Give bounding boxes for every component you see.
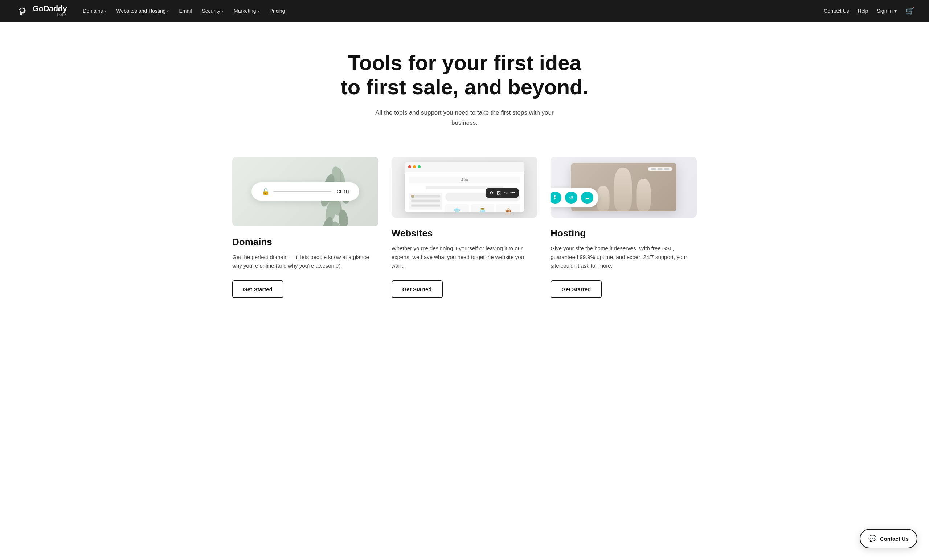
refresh-button: ↺	[565, 191, 577, 204]
websites-card-title: Websites	[392, 228, 538, 239]
hero-section: Tools for your first idea to first sale,…	[0, 22, 929, 150]
bag-icon: 👜	[505, 208, 512, 212]
mic-icon: 🎙	[553, 195, 558, 200]
upload-icon: ☁	[585, 195, 590, 200]
lock-icon: 🔒	[262, 188, 270, 196]
logo-brand-name: GoDaddy	[33, 5, 67, 13]
logo-text: GoDaddy India	[33, 5, 67, 17]
hero-subtitle: All the tools and support you need to ta…	[374, 108, 555, 127]
website-toolbar-overlay: ⚙ 🖼 ⤡ •••	[486, 188, 518, 198]
domains-card-title: Domains	[232, 237, 379, 248]
hosting-card-desc: Give your site the home it deserves. Wit…	[550, 244, 697, 270]
cart-icon[interactable]: 🛒	[905, 6, 915, 15]
sidebar-icon	[411, 195, 414, 198]
image-icon: 🖼	[497, 190, 501, 196]
domains-card-desc: Get the perfect domain — it lets people …	[232, 253, 379, 270]
domains-card: 🔒 .com Domains Get the perfect domain — …	[232, 157, 379, 298]
hosting-browser-bar	[648, 167, 672, 171]
nav-help[interactable]: Help	[858, 8, 868, 14]
nav-links: Domains ▾ Websites and Hosting ▾ Email S…	[78, 5, 824, 17]
bottle-icon: 🫙	[479, 208, 486, 212]
nav-item-email[interactable]: Email	[175, 5, 196, 17]
sidebar-item-2	[411, 199, 440, 202]
nav-item-pricing[interactable]: Pricing	[265, 5, 290, 17]
chevron-down-icon: ▾	[894, 8, 897, 14]
chevron-down-icon: ▾	[104, 9, 106, 13]
domain-search-mock: 🔒 .com	[251, 182, 359, 200]
chevron-down-icon: ▾	[167, 9, 169, 13]
hosting-card-image: 🎙 ↺ ☁	[550, 157, 697, 217]
browser-titlebar	[405, 162, 524, 172]
domain-input-line	[273, 191, 331, 192]
domains-card-image: 🔒 .com	[232, 157, 379, 226]
browser-dot-red	[408, 165, 411, 168]
website-products: 👕 🫙 👜	[445, 204, 520, 212]
mic-button: 🎙	[550, 191, 561, 204]
websites-card-desc: Whether you're designing it yourself or …	[392, 244, 538, 270]
vase-medium	[636, 179, 651, 211]
product-card-shirt: 👕	[445, 204, 469, 212]
refresh-icon: ↺	[569, 195, 573, 200]
cards-section: 🔒 .com Domains Get the perfect domain — …	[210, 150, 719, 327]
sidebar-item-1	[411, 195, 440, 198]
logo[interactable]: GoDaddy India	[14, 3, 67, 19]
godaddy-logo-icon	[14, 3, 31, 19]
hosting-card: 🎙 ↺ ☁ Hosting Give your site the home it…	[550, 157, 697, 298]
website-sidebar	[409, 193, 442, 210]
hero-title: Tools for your first idea to first sale,…	[323, 51, 606, 99]
website-header-title: Ava	[409, 177, 520, 183]
vase-small	[596, 186, 609, 211]
hosting-card-title: Hosting	[550, 228, 697, 239]
svg-point-1	[20, 8, 24, 12]
product-card-bag: 👜	[497, 204, 520, 212]
sidebar-item-3	[411, 204, 440, 207]
sign-in-button[interactable]: Sign In ▾	[877, 8, 897, 14]
websites-card: Ava	[392, 157, 538, 298]
vase-tall	[614, 168, 632, 211]
nav-item-websites-hosting[interactable]: Websites and Hosting ▾	[112, 5, 173, 17]
logo-region: India	[33, 13, 67, 17]
settings-icon: ⚙	[489, 190, 494, 196]
nav-item-domains[interactable]: Domains ▾	[78, 5, 110, 17]
product-card-bottle: 🫙	[471, 204, 495, 212]
websites-card-image: Ava	[392, 157, 538, 217]
nav-item-security[interactable]: Security ▾	[198, 5, 228, 17]
browser-dot-green	[418, 165, 421, 168]
upload-button: ☁	[581, 191, 593, 204]
chevron-down-icon: ▾	[258, 9, 259, 13]
nav-item-marketing[interactable]: Marketing ▾	[229, 5, 264, 17]
chevron-down-icon: ▾	[222, 9, 224, 13]
hosting-get-started-button[interactable]: Get Started	[550, 280, 602, 298]
hosting-controls: 🎙 ↺ ☁	[550, 188, 598, 208]
browser-body: Ava	[405, 172, 524, 212]
domains-get-started-button[interactable]: Get Started	[232, 280, 284, 298]
shirt-icon: 👕	[453, 208, 460, 212]
websites-get-started-button[interactable]: Get Started	[392, 280, 443, 298]
navbar: GoDaddy India Domains ▾ Websites and Hos…	[0, 0, 929, 22]
browser-dot-yellow	[413, 165, 416, 168]
browser-mockup: Ava	[405, 162, 524, 212]
expand-icon: ⤡	[504, 190, 507, 196]
domain-extension: .com	[335, 188, 349, 195]
nav-right: Contact Us Help Sign In ▾ 🛒	[824, 6, 915, 15]
nav-contact-us[interactable]: Contact Us	[824, 8, 849, 14]
more-icon: •••	[510, 190, 515, 196]
vase-group	[596, 168, 651, 211]
